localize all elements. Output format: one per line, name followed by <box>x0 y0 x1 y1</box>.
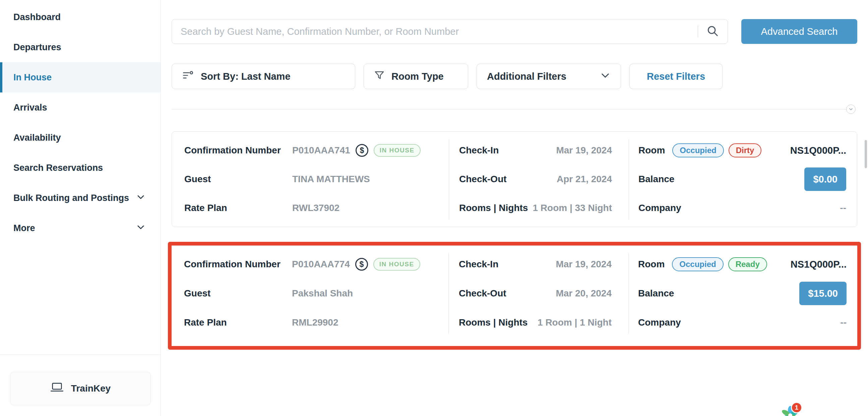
scrollbar-thumb[interactable] <box>865 140 867 168</box>
sidebar: Dashboard Departures In House Arrivals A… <box>0 0 161 416</box>
payment-icon[interactable]: $ <box>355 144 368 157</box>
reservation-card[interactable]: Confirmation Number P010AAA741 $ IN HOUS… <box>172 131 857 227</box>
rate-plan-label: Rate Plan <box>184 317 292 328</box>
search-icon[interactable] <box>706 25 719 38</box>
reservation-info-column: Confirmation Number P010AAA774 $ IN HOUS… <box>172 246 448 341</box>
guest-label: Guest <box>184 174 292 185</box>
check-in-row: Check-In Mar 19, 2024 <box>459 252 612 276</box>
sidebar-item-label: Bulk Routing and Postings <box>13 193 129 203</box>
check-in-label: Check-In <box>459 145 499 156</box>
check-out-row: Check-Out Apr 21, 2024 <box>459 167 612 191</box>
check-in-value: Mar 19, 2024 <box>556 259 612 269</box>
list-divider <box>172 109 855 109</box>
sidebar-item-more[interactable]: More <box>0 213 160 243</box>
balance-row: Balance $15.00 <box>638 281 846 306</box>
chat-widget-button[interactable]: 1 <box>777 401 806 416</box>
rate-plan-row: Rate Plan RML29902 <box>184 311 442 334</box>
reservation-card[interactable]: Confirmation Number P010AAA774 $ IN HOUS… <box>172 246 857 341</box>
payment-icon[interactable]: $ <box>355 258 368 270</box>
company-row: Company -- <box>638 311 846 334</box>
reset-filters-label: Reset Filters <box>647 71 705 82</box>
collapse-chevron-icon[interactable] <box>846 104 856 114</box>
sidebar-divider <box>0 354 160 355</box>
status-badge: IN HOUSE <box>373 258 420 270</box>
sidebar-item-arrivals[interactable]: Arrivals <box>0 92 160 123</box>
room-row: Room Occupied Dirty NS1Q000P... <box>639 138 846 162</box>
confirmation-number-value: P010AAA741 <box>292 145 350 156</box>
balance-button[interactable]: $0.00 <box>804 167 846 191</box>
sidebar-item-label: Search Reservations <box>13 163 103 173</box>
funnel-icon <box>374 70 385 83</box>
sidebar-nav: Dashboard Departures In House Arrivals A… <box>0 2 160 243</box>
balance-button[interactable]: $15.00 <box>799 282 846 305</box>
check-out-row: Check-Out Mar 20, 2024 <box>459 281 612 306</box>
sidebar-item-label: Arrivals <box>13 102 47 113</box>
guest-row: Guest Pakshal Shah <box>184 281 442 306</box>
room-type-label: Room Type <box>392 71 444 82</box>
sidebar-item-availability[interactable]: Availability <box>0 123 160 153</box>
company-row: Company -- <box>639 196 846 220</box>
highlight-border: Confirmation Number P010AAA774 $ IN HOUS… <box>168 242 861 350</box>
sidebar-item-in-house[interactable]: In House <box>0 62 160 92</box>
check-out-label: Check-Out <box>459 288 506 299</box>
housekeeping-status-pill: Ready <box>728 257 767 271</box>
laptop-icon <box>50 382 64 395</box>
additional-filters-label: Additional Filters <box>487 71 566 82</box>
company-value: -- <box>840 203 846 213</box>
rooms-nights-label: Rooms | Nights <box>459 317 527 328</box>
confirmation-number-value: P010AAA774 <box>292 259 350 269</box>
rooms-nights-row: Rooms | Nights 1 Room | 33 Night <box>459 196 612 220</box>
trainkey-label: TrainKey <box>71 383 111 394</box>
check-in-label: Check-In <box>459 259 498 269</box>
sort-by-button[interactable]: Sort By: Last Name <box>172 64 355 89</box>
sidebar-item-label: Availability <box>13 133 61 143</box>
room-status-pill: Occupied <box>672 143 723 157</box>
room-column: Room Occupied Ready NS1Q000P... Balance … <box>629 246 857 341</box>
confirmation-number-label: Confirmation Number <box>184 145 292 156</box>
sidebar-item-label: Dashboard <box>13 12 61 23</box>
company-label: Company <box>639 203 681 213</box>
reset-filters-button[interactable]: Reset Filters <box>629 64 722 89</box>
trainkey-button[interactable]: TrainKey <box>10 372 151 405</box>
rooms-nights-row: Rooms | Nights 1 Room | 1 Night <box>459 311 612 334</box>
chevron-down-icon <box>136 192 146 204</box>
rooms-nights-value: 1 Room | 33 Night <box>532 203 612 213</box>
rooms-nights-value: 1 Room | 1 Night <box>537 317 612 328</box>
rate-plan-value: RML29902 <box>292 317 339 328</box>
room-column: Room Occupied Dirty NS1Q000P... Balance … <box>629 132 857 227</box>
sidebar-item-departures[interactable]: Departures <box>0 32 160 62</box>
dates-column: Check-In Mar 19, 2024 Check-Out Apr 21, … <box>449 132 629 227</box>
advanced-search-button[interactable]: Advanced Search <box>741 19 857 44</box>
sort-by-label: Sort By: Last Name <box>201 71 290 82</box>
notification-badge: 1 <box>791 402 802 413</box>
dates-column: Check-In Mar 19, 2024 Check-Out Mar 20, … <box>449 246 628 341</box>
status-badge: IN HOUSE <box>374 144 421 157</box>
additional-filters-button[interactable]: Additional Filters <box>476 64 621 89</box>
sidebar-item-search-reservations[interactable]: Search Reservations <box>0 153 160 183</box>
search-input[interactable] <box>181 26 694 37</box>
guest-value: Pakshal Shah <box>292 288 353 299</box>
room-code: NS1Q000P... <box>790 259 846 270</box>
chevron-down-icon <box>600 70 611 83</box>
room-label: Room <box>638 259 664 269</box>
company-value: -- <box>840 317 846 328</box>
sidebar-item-label: Departures <box>13 42 61 53</box>
sidebar-item-label: More <box>13 223 35 233</box>
room-type-button[interactable]: Room Type <box>364 64 468 89</box>
chevron-down-icon <box>136 222 146 234</box>
room-code: NS1Q000P... <box>790 145 846 156</box>
check-out-label: Check-Out <box>459 174 507 185</box>
sidebar-item-dashboard[interactable]: Dashboard <box>0 2 160 32</box>
confirmation-number-label: Confirmation Number <box>184 259 292 269</box>
sidebar-item-bulk-routing-and-postings[interactable]: Bulk Routing and Postings <box>0 183 160 213</box>
confirmation-row: Confirmation Number P010AAA774 $ IN HOUS… <box>184 252 442 276</box>
rate-plan-label: Rate Plan <box>184 203 292 213</box>
balance-label: Balance <box>639 174 674 185</box>
check-in-row: Check-In Mar 19, 2024 <box>459 138 612 162</box>
rate-plan-value: RWL37902 <box>292 203 340 213</box>
search-box <box>172 19 728 44</box>
housekeeping-status-pill: Dirty <box>728 143 762 157</box>
search-divider <box>698 26 698 37</box>
guest-label: Guest <box>184 288 292 299</box>
check-in-value: Mar 19, 2024 <box>556 145 612 156</box>
